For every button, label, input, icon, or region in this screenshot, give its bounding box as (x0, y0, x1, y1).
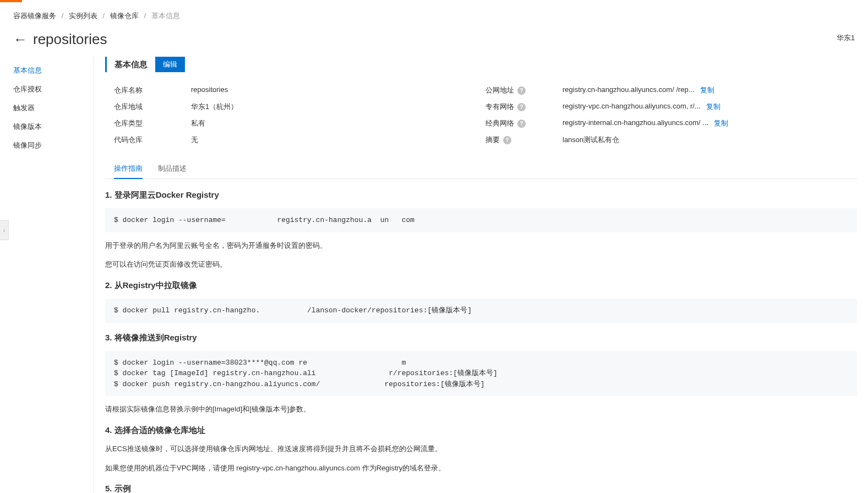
breadcrumb-current: 基本信息 (151, 12, 180, 20)
info-label: 经典网络 ? (485, 118, 563, 128)
guide-heading: 2. 从Registry中拉取镜像 (105, 280, 857, 291)
breadcrumb-sep: / (144, 12, 146, 20)
code-block: $ docker pull registry.cn-hangzho. /lans… (105, 299, 857, 323)
info-row: 摘要 ? lanson测试私有仓 (485, 132, 857, 148)
info-row: 仓库名称 repositories (114, 82, 485, 99)
info-value: registry-vpc.cn-hangzhou.aliyuncs.com, r… (563, 102, 701, 112)
expand-handle-icon[interactable]: › (0, 220, 9, 240)
info-label: 仓库地域 (114, 102, 191, 112)
sidebar-item-auth[interactable]: 仓库授权 (11, 80, 94, 99)
breadcrumb-sep: / (103, 12, 105, 20)
guide-heading: 1. 登录阿里云Docker Registry (105, 190, 857, 201)
code-block: $ docker login --username=38023****@qq.c… (105, 351, 857, 397)
info-row: 专有网络 ? registry-vpc.cn-hangzhou.aliyuncs… (485, 99, 857, 115)
breadcrumb-sep: / (62, 12, 64, 20)
guide-section: 1. 登录阿里云Docker Registry $ docker login -… (105, 190, 857, 493)
guide-heading: 3. 将镜像推送到Registry (105, 333, 857, 343)
tabs: 操作指南 制品描述 (105, 159, 857, 179)
breadcrumb-item[interactable]: 实例列表 (69, 12, 97, 20)
info-row: 仓库地域 华东1（杭州） (114, 99, 485, 115)
guide-text: 从ECS推送镜像时，可以选择使用镜像仓库内网地址。推送速度将得到提升并且将不会损… (105, 443, 857, 455)
code-block: $ docker login --username= registry.cn-h… (105, 208, 857, 232)
info-value: lanson测试私有仓 (563, 135, 857, 145)
info-value: 私有 (191, 118, 485, 128)
sidebar-item-basic[interactable]: 基本信息 (11, 61, 94, 80)
help-icon[interactable]: ? (517, 120, 526, 128)
guide-text: 如果您使用的机器位于VPC网络，请使用 registry-vpc.cn-hang… (105, 463, 857, 474)
info-value: 无 (191, 135, 485, 145)
info-value: registry.cn-hangzhou.aliyuncs.com/ /rep.… (563, 85, 695, 95)
tab-description[interactable]: 制品描述 (158, 159, 187, 178)
info-row: 公网地址 ? registry.cn-hangzhou.aliyuncs.com… (485, 82, 857, 99)
help-icon[interactable]: ? (503, 136, 511, 144)
breadcrumb-item[interactable]: 容器镜像服务 (13, 12, 56, 20)
tab-guide[interactable]: 操作指南 (114, 159, 143, 179)
info-value: registry-internal.cn-hangzhou.aliyuncs.c… (563, 118, 708, 128)
copy-link[interactable]: 复制 (714, 118, 728, 128)
info-label: 仓库类型 (114, 118, 191, 128)
sidebar: 基本信息 仓库授权 触发器 镜像版本 镜像同步 (11, 57, 94, 493)
sidebar-item-trigger[interactable]: 触发器 (11, 99, 94, 117)
guide-heading: 4. 选择合适的镜像仓库地址 (105, 425, 857, 436)
sidebar-item-sync[interactable]: 镜像同步 (11, 136, 94, 155)
copy-link[interactable]: 复制 (700, 85, 714, 95)
breadcrumb-item[interactable]: 镜像仓库 (110, 12, 139, 20)
info-label: 仓库名称 (114, 85, 191, 95)
info-label: 代码仓库 (114, 135, 191, 145)
info-label: 专有网络 ? (485, 102, 563, 112)
help-icon[interactable]: ? (517, 86, 526, 95)
main-content: 基本信息 编辑 仓库名称 repositories 仓库地域 华东1（杭州） 仓… (94, 57, 857, 493)
page-title: repositories (33, 31, 107, 48)
info-label: 公网地址 ? (485, 85, 563, 95)
help-icon[interactable]: ? (517, 103, 526, 111)
info-row: 代码仓库 无 (114, 132, 485, 148)
guide-text: 您可以在访问凭证页面修改凭证密码。 (105, 259, 857, 270)
region-tag: 华东1 (837, 33, 855, 43)
copy-link[interactable]: 复制 (706, 102, 720, 112)
guide-text: 用于登录的用户名为阿里云账号全名，密码为开通服务时设置的密码。 (105, 240, 857, 252)
info-row: 仓库类型 私有 (114, 115, 485, 132)
guide-text: 请根据实际镜像信息替换示例中的[ImageId]和[镜像版本号]参数。 (105, 404, 857, 415)
sidebar-item-version[interactable]: 镜像版本 (11, 117, 94, 136)
back-arrow-icon[interactable]: ← (13, 31, 28, 48)
section-title: 基本信息 (114, 59, 148, 70)
info-label: 摘要 ? (485, 135, 563, 145)
info-row: 经典网络 ? registry-internal.cn-hangzhou.ali… (485, 115, 857, 132)
info-value: 华东1（杭州） (191, 102, 485, 112)
edit-button[interactable]: 编辑 (155, 57, 185, 72)
breadcrumb: 容器镜像服务 / 实例列表 / 镜像仓库 / 基本信息 (0, 2, 868, 26)
guide-heading: 5. 示例 (105, 484, 857, 493)
info-value: repositories (191, 85, 485, 95)
